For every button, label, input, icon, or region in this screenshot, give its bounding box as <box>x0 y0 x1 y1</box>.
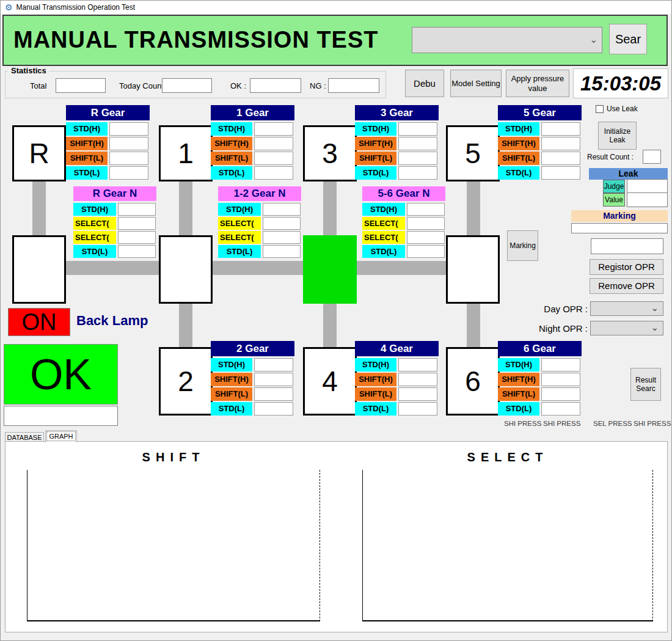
row-input[interactable] <box>109 122 148 136</box>
row-input[interactable] <box>407 217 445 230</box>
result-count-input[interactable] <box>643 150 661 164</box>
row-label: STD(H) <box>66 122 108 136</box>
row-input[interactable] <box>118 231 156 244</box>
remove-opr-button[interactable]: Remove OPR <box>590 278 663 294</box>
opr-input[interactable] <box>591 238 663 254</box>
leak-section-header: Leak <box>589 168 668 180</box>
panel-r-gear: R Gear STD(H) SHIFT(H) SHIFT(L) STD(L) <box>66 105 150 181</box>
row-input[interactable] <box>541 358 580 372</box>
page-title: MANUAL TRANSMISSION TEST <box>13 27 379 53</box>
row-label: SHIFT(L) <box>355 387 396 401</box>
row-input[interactable] <box>398 166 437 180</box>
result-count-label: Result Count : <box>587 153 634 161</box>
chevron-down-icon: ⌄ <box>651 322 659 333</box>
row-input[interactable] <box>541 387 580 401</box>
row-input[interactable] <box>263 203 301 216</box>
row-input[interactable] <box>263 217 301 230</box>
row-input[interactable] <box>398 152 437 165</box>
checkbox-icon[interactable] <box>596 105 604 113</box>
search-combobox[interactable]: ⌄ <box>412 27 602 53</box>
row-input[interactable] <box>254 402 293 416</box>
apply-pressure-button[interactable]: Apply pressure value <box>506 70 569 97</box>
row-input[interactable] <box>263 245 301 258</box>
debug-button[interactable]: Debu <box>405 70 444 97</box>
row-label: STD(L) <box>73 245 116 258</box>
row-label: STD(H) <box>73 203 116 216</box>
row-input[interactable] <box>407 231 445 244</box>
use-leak-checkbox-row[interactable]: Use Leak <box>596 104 638 113</box>
result-message-field[interactable] <box>4 406 118 426</box>
model-setting-button[interactable]: Model Setting <box>450 70 502 97</box>
panel-title: 4 Gear <box>355 341 439 356</box>
row-label: SELECT( <box>218 231 261 244</box>
row-input[interactable] <box>118 203 156 216</box>
panel-r-gear-n: R Gear N STD(H) SELECT( SELECT( STD(L) <box>73 186 156 259</box>
row-input[interactable] <box>398 358 437 372</box>
row-input[interactable] <box>263 231 301 244</box>
row-label: SELECT( <box>73 217 116 230</box>
panel-title: 6 Gear <box>498 341 582 356</box>
row-input[interactable] <box>398 122 437 136</box>
row-input[interactable] <box>254 373 293 386</box>
total-input[interactable] <box>56 78 106 93</box>
row-label: STD(H) <box>211 122 252 136</box>
row-input[interactable] <box>118 245 156 258</box>
row-input[interactable] <box>254 387 293 401</box>
row-label: STD(L) <box>498 166 539 180</box>
tab-graph[interactable]: GRAPH <box>45 430 77 442</box>
row-input[interactable] <box>254 137 293 150</box>
graph-tab-panel: SHIFT SELECT <box>5 441 668 632</box>
row-input[interactable] <box>407 203 445 216</box>
marking-section-header: Marking <box>571 210 668 222</box>
row-input[interactable] <box>407 245 445 258</box>
row-input[interactable] <box>541 402 580 416</box>
row-input[interactable] <box>541 166 580 180</box>
day-opr-combobox[interactable]: ⌄ <box>590 301 663 316</box>
marking-input[interactable] <box>571 223 668 233</box>
result-search-button[interactable]: Result Searc <box>630 368 661 401</box>
row-label: SHIFT(H) <box>355 137 396 150</box>
marking-button[interactable]: Marking <box>507 230 538 261</box>
row-input[interactable] <box>398 373 437 386</box>
row-label: STD(H) <box>498 122 539 136</box>
row-input[interactable] <box>109 166 148 180</box>
row-input[interactable] <box>254 358 293 372</box>
ok-input[interactable] <box>250 78 301 93</box>
gear-position-4: 4 <box>303 347 357 416</box>
row-input[interactable] <box>118 217 156 230</box>
row-input[interactable] <box>109 152 148 165</box>
row-input[interactable] <box>541 152 580 165</box>
row-label: STD(L) <box>218 245 261 258</box>
neutral-position-r <box>12 235 66 304</box>
gear-position-6: 6 <box>446 347 500 416</box>
gear-position-3: 3 <box>303 125 357 181</box>
row-input[interactable] <box>109 137 148 150</box>
row-input[interactable] <box>541 137 580 150</box>
row-input[interactable] <box>254 166 293 180</box>
leak-judge-tag: Judge <box>603 180 625 193</box>
row-input[interactable] <box>254 152 293 165</box>
initialize-leak-button[interactable]: Initialize Leak <box>598 122 637 150</box>
today-count-input[interactable] <box>162 78 212 93</box>
row-input[interactable] <box>398 402 437 416</box>
row-input[interactable] <box>398 137 437 150</box>
row-label: SHIFT(L) <box>211 152 252 165</box>
row-label: STD(L) <box>498 402 539 416</box>
search-button[interactable]: Sear <box>609 24 647 54</box>
clock-display: 15:03:05 <box>573 68 668 98</box>
leak-value-input[interactable] <box>627 192 668 207</box>
night-opr-combobox[interactable]: ⌄ <box>590 321 663 335</box>
row-label: STD(H) <box>355 358 396 372</box>
row-label: SHIFT(H) <box>66 137 108 150</box>
leak-judge-input[interactable] <box>627 179 668 194</box>
connector-bar-horizontal <box>32 261 480 275</box>
connector-bar <box>179 181 192 236</box>
row-input[interactable] <box>398 387 437 401</box>
row-label: SHIFT(H) <box>211 137 252 150</box>
row-input[interactable] <box>541 373 580 386</box>
registor-opr-button[interactable]: Registor OPR <box>590 259 663 275</box>
ng-input[interactable] <box>328 78 379 93</box>
row-input[interactable] <box>254 122 293 136</box>
row-label: SELECT( <box>73 231 116 244</box>
row-input[interactable] <box>541 122 580 136</box>
